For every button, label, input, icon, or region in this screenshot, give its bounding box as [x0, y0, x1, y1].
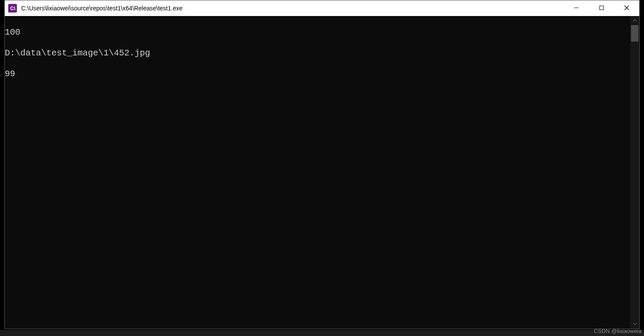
window-title: C:\Users\lixiaowei\source\repos\test1\x6… [21, 5, 564, 12]
console-output[interactable]: 100 D:\data\test_image\1\452.jpg 99 [5, 16, 630, 329]
scroll-up-button[interactable] [630, 16, 639, 25]
minimize-icon [574, 4, 579, 12]
titlebar[interactable]: C:\ C:\Users\lixiaowei\source\repos\test… [5, 0, 639, 16]
console-window: C:\ C:\Users\lixiaowei\source\repos\test… [4, 0, 640, 329]
svg-rect-1 [600, 6, 604, 10]
maximize-icon [599, 4, 604, 12]
chevron-down-icon [633, 321, 637, 327]
close-icon [624, 4, 629, 12]
app-icon: C:\ [8, 4, 17, 13]
desktop-background: C:\ C:\Users\lixiaowei\source\repos\test… [0, 0, 644, 336]
window-controls [564, 0, 639, 16]
chevron-up-icon [633, 18, 637, 24]
scrollbar-track[interactable] [630, 25, 639, 320]
vertical-scrollbar[interactable] [630, 16, 639, 329]
console-line: D:\data\test_image\1\452.jpg [5, 48, 630, 58]
console-line: 100 [5, 27, 630, 38]
minimize-button[interactable] [564, 0, 589, 16]
scroll-down-button[interactable] [630, 320, 639, 329]
console-client-area: 100 D:\data\test_image\1\452.jpg 99 [5, 16, 639, 329]
maximize-button[interactable] [589, 0, 614, 16]
console-line: 99 [5, 69, 630, 79]
scrollbar-thumb[interactable] [631, 25, 638, 42]
background-editor-strip [0, 330, 644, 336]
close-button[interactable] [614, 0, 639, 16]
